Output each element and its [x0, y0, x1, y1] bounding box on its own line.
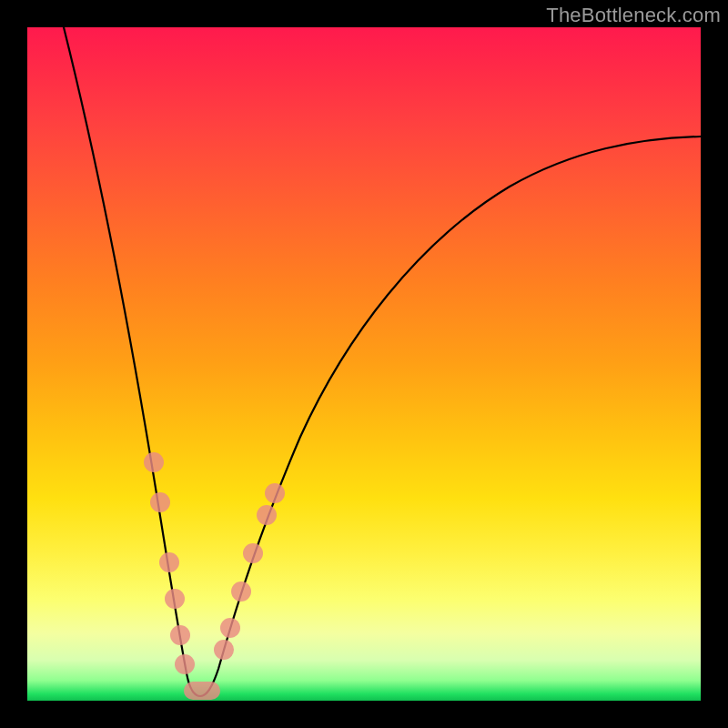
plot-area	[27, 27, 701, 701]
marker-dot	[214, 640, 234, 660]
marker-dot	[257, 505, 277, 525]
curve-layer	[27, 27, 701, 701]
marker-dot	[144, 452, 164, 472]
marker-dot	[170, 625, 190, 645]
marker-dot	[150, 492, 170, 512]
marker-dot	[265, 483, 285, 503]
marker-dot	[243, 543, 263, 563]
bottleneck-curve	[64, 27, 701, 696]
marker-dot	[220, 618, 240, 638]
marker-dot	[159, 552, 179, 572]
marker-dot	[165, 589, 185, 609]
marker-dot	[175, 654, 195, 674]
marker-dot	[231, 581, 251, 602]
watermark-text: TheBottleneck.com	[546, 4, 721, 27]
chart-frame: TheBottleneck.com	[0, 0, 728, 728]
trough-capsule	[184, 682, 220, 700]
